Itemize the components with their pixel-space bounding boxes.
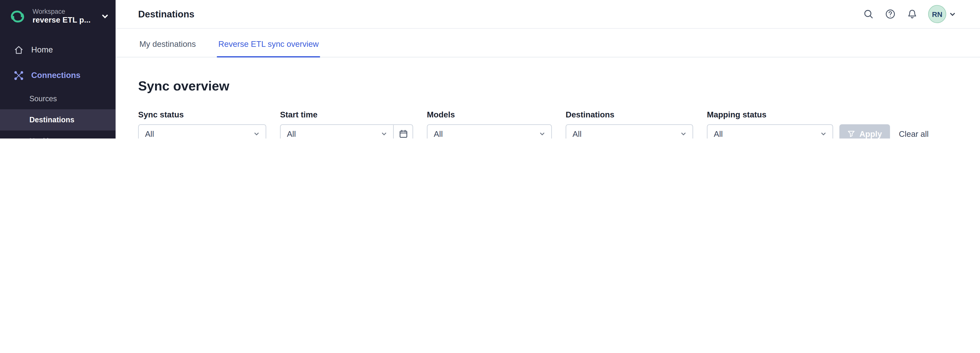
filter-label: Destinations bbox=[566, 110, 693, 119]
select-value: All bbox=[566, 129, 680, 139]
sub-item-label: Sources bbox=[29, 94, 57, 103]
start-time-select[interactable]: All bbox=[280, 125, 413, 139]
home-icon bbox=[13, 44, 24, 55]
sidebar-item-destinations[interactable]: Destinations bbox=[0, 109, 116, 131]
app-window: Workspace reverse ETL p... Home Connecti… bbox=[0, 0, 980, 139]
chevron-down-icon bbox=[680, 130, 692, 137]
workspace-switcher[interactable]: Workspace reverse ETL p... bbox=[0, 0, 116, 32]
filter-start-time: Start time All bbox=[280, 110, 413, 139]
apply-button[interactable]: Apply bbox=[839, 125, 890, 139]
user-menu[interactable]: RN bbox=[928, 5, 956, 23]
filter-label: Mapping status bbox=[707, 110, 833, 119]
filter-sync-status: Sync status All bbox=[138, 110, 266, 139]
filter-label: Sync status bbox=[138, 110, 266, 119]
workspace-name: reverse ETL p... bbox=[32, 16, 95, 25]
select-value: All bbox=[707, 129, 820, 139]
tab-bar: My destinations Reverse ETL sync overvie… bbox=[116, 31, 980, 58]
bell-icon[interactable] bbox=[906, 9, 918, 20]
filter-bar: Sync status All Start time All bbox=[138, 110, 964, 139]
mapping-status-select[interactable]: All bbox=[707, 125, 833, 139]
sidebar-item-home[interactable]: Home bbox=[0, 37, 116, 62]
help-icon[interactable] bbox=[884, 9, 896, 20]
calendar-icon[interactable] bbox=[393, 125, 412, 139]
workspace-label: Workspace bbox=[32, 7, 95, 16]
sub-item-label: Destinations bbox=[29, 116, 74, 124]
destinations-select[interactable]: All bbox=[566, 125, 693, 139]
content: Sync overview Sync status All Start time… bbox=[116, 58, 980, 139]
select-value: All bbox=[138, 129, 253, 139]
rudderstack-logo-icon bbox=[8, 7, 27, 25]
connections-subnav: Sources Destinations Health Catalog bbox=[0, 88, 116, 139]
sidebar-item-label: Home bbox=[31, 45, 53, 54]
chevron-down-icon bbox=[253, 130, 266, 137]
chevron-down-icon bbox=[539, 130, 551, 137]
search-icon[interactable] bbox=[862, 9, 874, 20]
page-title: Sync overview bbox=[138, 79, 964, 94]
filter-models: Models All bbox=[427, 110, 552, 139]
sidebar-item-health[interactable]: Health bbox=[0, 130, 116, 139]
sync-status-select[interactable]: All bbox=[138, 125, 266, 139]
chevron-down-icon bbox=[949, 11, 956, 18]
sub-item-label: Health bbox=[29, 137, 51, 139]
tab-my-destinations[interactable]: My destinations bbox=[138, 31, 197, 57]
sidebar-nav: Home Connections Sources Destinations He… bbox=[0, 37, 116, 139]
sidebar-item-connections[interactable]: Connections bbox=[0, 63, 116, 88]
connections-icon bbox=[13, 70, 24, 81]
models-select[interactable]: All bbox=[427, 125, 552, 139]
chevron-down-icon bbox=[380, 130, 393, 137]
sidebar-item-label: Connections bbox=[31, 71, 81, 80]
select-value: All bbox=[428, 129, 539, 139]
filter-destinations: Destinations All bbox=[566, 110, 693, 139]
chevron-down-icon bbox=[100, 12, 110, 21]
clear-all-button[interactable]: Clear all bbox=[899, 125, 929, 139]
main-area: Destinations RN My bbox=[116, 0, 980, 139]
filter-mapping-status: Mapping status All bbox=[707, 110, 833, 139]
page-header-title: Destinations bbox=[138, 9, 194, 19]
apply-button-label: Apply bbox=[859, 129, 882, 139]
sidebar-item-sources[interactable]: Sources bbox=[0, 88, 116, 109]
tab-reverse-etl-sync-overview[interactable]: Reverse ETL sync overview bbox=[217, 31, 320, 58]
filter-funnel-icon bbox=[848, 130, 855, 138]
select-value: All bbox=[281, 129, 381, 139]
filter-label: Models bbox=[427, 110, 552, 119]
top-bar-actions: RN bbox=[862, 5, 956, 23]
workspace-text: Workspace reverse ETL p... bbox=[32, 7, 95, 25]
top-bar: Destinations RN bbox=[116, 0, 980, 29]
avatar: RN bbox=[928, 5, 947, 23]
chevron-down-icon bbox=[820, 130, 832, 137]
sidebar: Workspace reverse ETL p... Home Connecti… bbox=[0, 0, 116, 139]
filter-label: Start time bbox=[280, 110, 413, 119]
